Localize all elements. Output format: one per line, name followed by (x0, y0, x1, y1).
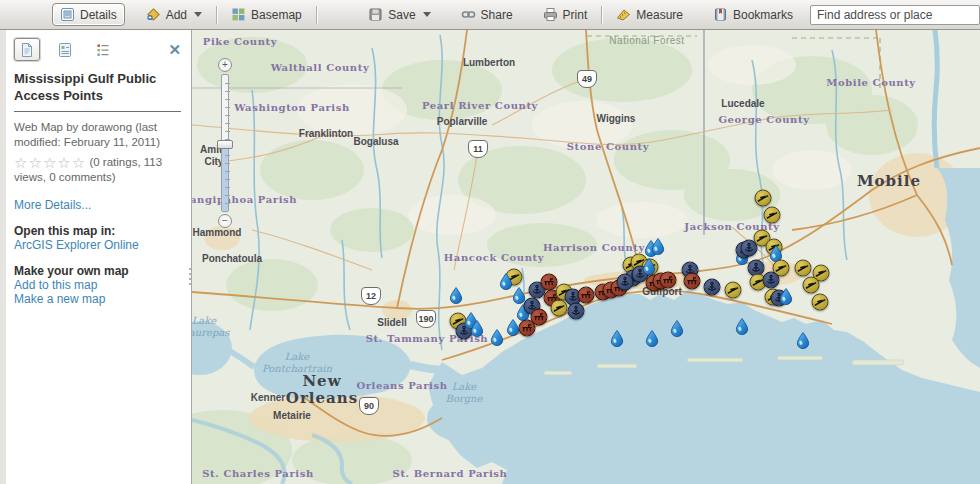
highway-shield: 49 (577, 70, 597, 88)
map-marker-pier[interactable] (660, 272, 677, 289)
measure-button[interactable]: Measure (609, 4, 690, 25)
print-label: Print (563, 8, 588, 22)
map-marker-marina[interactable] (617, 274, 634, 291)
map-marker-boat-ramp[interactable] (725, 282, 742, 299)
map-marker-water-drop[interactable] (611, 330, 624, 347)
highway-shield: 90 (359, 397, 379, 415)
map-marker-water-drop[interactable] (500, 273, 513, 290)
map-label: National Forest (609, 35, 684, 47)
save-caret-icon (423, 12, 431, 17)
zoom-slider-handle[interactable] (217, 140, 233, 149)
map-label: Bogalusa (353, 136, 398, 148)
map-label: Washington Parish (234, 102, 350, 114)
basemap-label: Basemap (251, 8, 302, 22)
map-marker-water-drop[interactable] (646, 330, 659, 347)
map-label: Orleans Parish (356, 380, 447, 392)
zoom-out-button[interactable]: − (218, 214, 232, 228)
tab-legend[interactable] (90, 38, 116, 61)
map-marker-water-drop[interactable] (736, 318, 749, 335)
details-icon (60, 7, 75, 22)
map-marker-pier[interactable] (578, 287, 595, 304)
measure-icon (616, 7, 631, 22)
map-marker-water-drop[interactable] (643, 258, 656, 275)
arcgis-explorer-link[interactable]: ArcGIS Explorer Online (14, 238, 139, 252)
map-label: Poplarville (437, 116, 488, 128)
legend-icon (95, 42, 111, 58)
map-overlays: Pike CountyWalthall CountyWashington Par… (192, 30, 980, 484)
save-button[interactable]: Save (361, 4, 437, 25)
map-marker-marina[interactable] (704, 279, 721, 296)
map-marker-marina[interactable] (568, 303, 585, 320)
bookmarks-label: Bookmarks (733, 8, 793, 22)
zoom-control: + − (216, 58, 234, 228)
map-label: Ponchatoula (202, 253, 262, 265)
add-button[interactable]: Add (139, 4, 209, 25)
map-label: Stone County (567, 141, 649, 153)
basemap-icon (231, 7, 246, 22)
measure-label: Measure (636, 8, 683, 22)
about-page-icon (19, 42, 35, 58)
map-label: Lumberton (463, 57, 515, 69)
highway-shield: 12 (361, 287, 381, 305)
map-label: George County (718, 114, 809, 126)
map-marker-boat-ramp[interactable] (803, 277, 820, 294)
details-panel-tabs: ✕ (14, 38, 181, 61)
print-button[interactable]: Print (536, 4, 595, 25)
panel-collapse-handle[interactable] (187, 268, 192, 294)
rating-stars-icon[interactable]: ☆☆☆☆☆ (14, 154, 86, 171)
map-marker-boat-ramp[interactable] (551, 300, 568, 317)
bookmarks-button[interactable]: Bookmarks (706, 4, 800, 25)
map-label: Walthall County (271, 62, 370, 74)
map-label: Metairie (273, 410, 311, 422)
map-marker-water-drop[interactable] (652, 238, 665, 255)
add-icon (146, 7, 161, 22)
map-label: Hammond (193, 227, 242, 239)
map-marker-water-drop[interactable] (780, 288, 793, 305)
map-marker-water-drop[interactable] (671, 320, 684, 337)
toolbar-divider (316, 6, 317, 24)
search-input[interactable] (810, 5, 980, 25)
map-label: St. Bernard Parish (393, 468, 508, 480)
toolbar-divider (601, 6, 602, 24)
map-label: Wiggins (597, 113, 636, 125)
zoom-in-button[interactable]: + (218, 58, 232, 72)
map-label: Pearl River County (422, 100, 538, 112)
make-new-map-link[interactable]: Make a new map (14, 292, 105, 306)
map-marker-pier[interactable] (519, 320, 536, 337)
basemap-button[interactable]: Basemap (224, 4, 309, 25)
map-byline: Web Map by dorawong (last modified: Febr… (14, 120, 181, 151)
map-marker-pier[interactable] (684, 273, 701, 290)
tab-contents[interactable] (52, 38, 78, 61)
add-to-map-link[interactable]: Add to this map (14, 278, 97, 292)
share-icon (461, 7, 476, 22)
highway-shield: 190 (416, 310, 436, 328)
contents-list-icon (57, 42, 73, 58)
details-button[interactable]: Details (52, 3, 125, 26)
map-canvas[interactable]: Pike CountyWalthall CountyWashington Par… (192, 30, 980, 484)
more-details-link[interactable]: More Details... (14, 198, 91, 212)
toolbar-divider (216, 6, 217, 24)
map-marker-water-drop[interactable] (797, 332, 810, 349)
map-marker-water-drop[interactable] (450, 287, 463, 304)
open-map-label: Open this map in: (14, 224, 181, 238)
map-marker-boat-ramp[interactable] (795, 260, 812, 277)
map-marker-water-drop[interactable] (471, 320, 484, 337)
map-marker-water-drop[interactable] (491, 329, 504, 346)
map-marker-boat-ramp[interactable] (755, 190, 772, 207)
map-marker-boat-ramp[interactable] (812, 294, 829, 311)
map-marker-marina[interactable] (763, 272, 780, 289)
map-marker-boat-ramp[interactable] (764, 207, 781, 224)
share-label: Share (481, 8, 513, 22)
print-icon (543, 7, 558, 22)
details-panel: ✕ Mississippi Gulf Public Access Points … (0, 30, 192, 484)
map-label: Slidell (377, 317, 406, 329)
details-label: Details (80, 8, 117, 22)
top-toolbar: Details Add Basemap Save Share Print Mea (0, 0, 980, 30)
map-marker-pier[interactable] (541, 274, 558, 291)
map-label: New Orleans (286, 373, 358, 408)
share-button[interactable]: Share (454, 4, 520, 25)
tab-about[interactable] (14, 38, 40, 61)
save-label: Save (388, 8, 415, 22)
close-panel-icon[interactable]: ✕ (168, 42, 181, 57)
map-label: Lake Maurepas (192, 315, 229, 338)
